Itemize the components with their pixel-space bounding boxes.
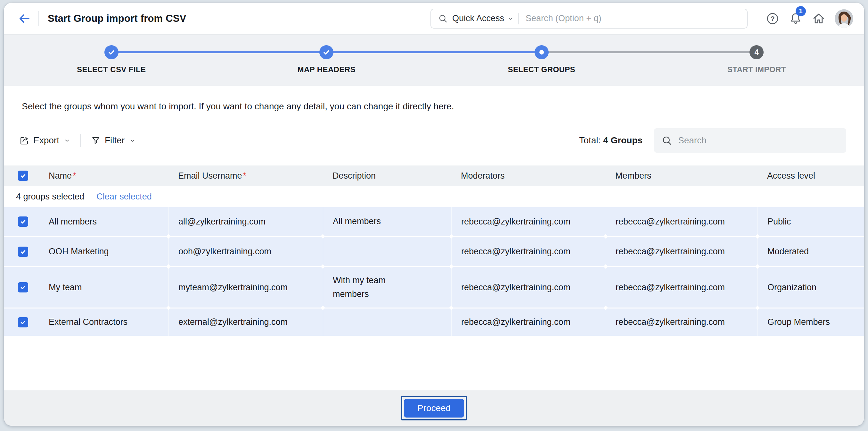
notification-badge: 1 bbox=[796, 6, 806, 16]
total-value: 4 Groups bbox=[603, 135, 643, 145]
group-access-level: Public bbox=[757, 207, 864, 236]
group-members: rebecca@zylkertraining.com bbox=[606, 237, 757, 266]
column-header-name[interactable]: Name* bbox=[33, 171, 168, 181]
step4-label: START IMPORT bbox=[727, 65, 786, 74]
home-button[interactable] bbox=[807, 9, 830, 29]
row-checkbox[interactable] bbox=[18, 247, 28, 257]
global-search-input[interactable] bbox=[526, 13, 740, 23]
row-checkbox[interactable] bbox=[18, 317, 28, 327]
table-row[interactable]: OOH Marketing ooh@zylkertraining.com reb… bbox=[4, 236, 864, 266]
column-header-email-username[interactable]: Email Username* bbox=[168, 171, 323, 181]
row-checkbox[interactable] bbox=[18, 217, 28, 227]
group-name: OOH Marketing bbox=[33, 237, 168, 266]
group-name: External Contractors bbox=[33, 309, 168, 336]
group-moderators: rebecca@zylkertraining.com bbox=[451, 267, 606, 308]
filter-label: Filter bbox=[105, 135, 125, 146]
back-button[interactable] bbox=[17, 11, 32, 26]
chevron-down-icon bbox=[129, 138, 135, 144]
chevron-down-icon bbox=[507, 16, 514, 22]
check-icon bbox=[20, 249, 26, 255]
search-divider bbox=[518, 13, 519, 24]
table-toolbar: Export Filter Total: 4 Groups bbox=[19, 128, 846, 153]
global-search-bar[interactable]: Quick Access bbox=[431, 9, 748, 29]
export-button[interactable]: Export bbox=[19, 135, 70, 146]
group-access-level: Organization bbox=[757, 267, 864, 308]
column-header-description[interactable]: Description bbox=[323, 171, 451, 181]
wizard-footer: Proceed bbox=[4, 390, 864, 426]
current-step-dot bbox=[539, 50, 544, 55]
group-members: rebecca@zylkertraining.com bbox=[606, 207, 757, 236]
step-map-headers: MAP HEADERS bbox=[219, 35, 434, 86]
table-row[interactable]: External Contractors external@zylkertrai… bbox=[4, 308, 864, 336]
group-email: external@zylkertraining.com bbox=[168, 309, 323, 336]
main-content: Select the groups whom you want to impor… bbox=[4, 86, 864, 390]
import-stepper: SELECT CSV FILE MAP HEADERS SELECT GROUP… bbox=[4, 35, 864, 86]
export-label: Export bbox=[33, 135, 59, 146]
page-title: Start Group import from CSV bbox=[48, 13, 186, 24]
search-icon bbox=[438, 14, 448, 23]
group-moderators: rebecca@zylkertraining.com bbox=[451, 309, 606, 336]
group-moderators: rebecca@zylkertraining.com bbox=[451, 237, 606, 266]
notifications-button[interactable]: 1 bbox=[784, 9, 807, 29]
row-checkbox[interactable] bbox=[18, 282, 28, 292]
group-description bbox=[323, 309, 451, 336]
step3-current-circle bbox=[534, 45, 549, 59]
check-icon bbox=[20, 319, 26, 325]
select-all-checkbox[interactable] bbox=[18, 171, 28, 181]
search-icon bbox=[662, 135, 672, 146]
total-label: Total: bbox=[579, 135, 600, 145]
home-icon bbox=[812, 12, 826, 25]
quick-access-dropdown[interactable]: Quick Access bbox=[452, 13, 504, 23]
top-bar: Start Group import from CSV Quick Access… bbox=[4, 3, 864, 35]
check-icon bbox=[20, 219, 26, 225]
group-access-level: Group Members bbox=[757, 309, 864, 336]
column-header-members[interactable]: Members bbox=[606, 171, 757, 181]
group-description bbox=[323, 237, 451, 266]
check-icon bbox=[107, 49, 115, 56]
check-icon bbox=[322, 49, 330, 56]
app-window: Start Group import from CSV Quick Access… bbox=[4, 3, 864, 426]
page-description: Select the groups whom you want to impor… bbox=[22, 101, 846, 112]
step4-number: 4 bbox=[755, 48, 759, 57]
back-arrow-icon bbox=[18, 12, 31, 25]
clear-selected-link[interactable]: Clear selected bbox=[96, 192, 152, 202]
group-members: rebecca@zylkertraining.com bbox=[606, 267, 757, 308]
avatar[interactable] bbox=[835, 9, 853, 28]
table-header-row: Name* Email Username* Description Modera… bbox=[4, 166, 864, 186]
proceed-button[interactable]: Proceed bbox=[404, 399, 464, 418]
step1-label: SELECT CSV FILE bbox=[77, 65, 146, 74]
table-row[interactable]: All members all@zylkertraining.com All m… bbox=[4, 207, 864, 236]
required-marker: * bbox=[243, 171, 247, 180]
required-marker: * bbox=[73, 171, 76, 180]
group-name: All members bbox=[33, 207, 168, 236]
step1-completed-circle bbox=[104, 45, 119, 59]
selection-bar: 4 groups selected Clear selected bbox=[4, 186, 864, 207]
check-icon bbox=[20, 173, 26, 179]
groups-table-body: All members all@zylkertraining.com All m… bbox=[4, 207, 864, 336]
table-search-input[interactable] bbox=[678, 135, 839, 146]
proceed-focus-ring: Proceed bbox=[401, 396, 467, 421]
step-start-import: 4 START IMPORT bbox=[649, 35, 865, 86]
group-email: all@zylkertraining.com bbox=[168, 207, 323, 236]
help-button[interactable]: ? bbox=[761, 9, 784, 29]
column-header-access-level[interactable]: Access level bbox=[757, 171, 864, 181]
group-description: With my team members bbox=[323, 267, 451, 308]
toolbar-divider bbox=[81, 134, 81, 147]
step3-label: SELECT GROUPS bbox=[508, 65, 575, 74]
group-description: All members bbox=[323, 207, 451, 236]
export-icon bbox=[19, 136, 29, 146]
column-header-moderators[interactable]: Moderators bbox=[451, 171, 606, 181]
step-select-groups: SELECT GROUPS bbox=[434, 35, 649, 86]
group-members: rebecca@zylkertraining.com bbox=[606, 309, 757, 336]
help-icon: ? bbox=[766, 12, 779, 25]
table-search-bar[interactable] bbox=[654, 128, 846, 153]
filter-button[interactable]: Filter bbox=[91, 135, 135, 146]
step-select-csv-file: SELECT CSV FILE bbox=[4, 35, 219, 86]
selected-count-text: 4 groups selected bbox=[16, 192, 84, 202]
title-divider bbox=[38, 11, 39, 26]
table-row[interactable]: My team myteam@zylkertraining.com With m… bbox=[4, 266, 864, 308]
group-name: My team bbox=[33, 267, 168, 308]
check-icon bbox=[20, 284, 26, 291]
chevron-down-icon bbox=[64, 138, 70, 144]
group-moderators: rebecca@zylkertraining.com bbox=[451, 207, 606, 236]
